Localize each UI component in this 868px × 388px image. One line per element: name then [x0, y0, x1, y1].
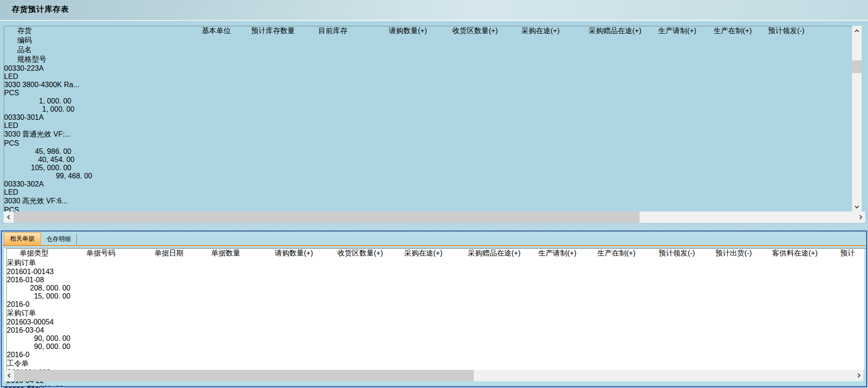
scroll-left-button[interactable]: [4, 211, 13, 223]
td: 1, 000. 00: [4, 105, 74, 113]
scroll-left-button[interactable]: [4, 370, 14, 381]
th full: 采购赠品在途(+): [468, 249, 538, 258]
td: 40, 454. 00: [4, 156, 74, 164]
th full: 生产请制(+): [538, 249, 597, 258]
th full: [7, 249, 20, 258]
tr row-alt: 采购订单201603-000542016-03-0490, 000. 0090,…: [7, 309, 867, 359]
th full: 预计领发(-): [659, 249, 715, 258]
th full: 采购在途(+): [521, 26, 589, 64]
documents-table: 单据类型单据号码单据日期单据数量请购数量(+)收货区数量(+)采购在途(+)采购…: [6, 248, 867, 387]
horizontal-scrollbar-thumb[interactable]: [14, 370, 474, 381]
th full: 收货区数量(+): [337, 249, 404, 258]
th full: 收货区数量(+): [452, 26, 521, 64]
tab-related-documents[interactable]: 相关单据: [4, 232, 41, 245]
th full: 基本单位: [202, 26, 251, 64]
bottom-horizontal-scrollbar[interactable]: [4, 370, 863, 381]
tr row-plain: 00330-223ALED3030 3800-4300K Ra...PCS1, …: [4, 64, 856, 113]
related-documents-panel: 相关单据 仓存明细 单据类型单据号码单据日期单据数量请购数量(+)收货区数量(+…: [1, 231, 867, 387]
th full: 采购在途(+): [404, 249, 468, 258]
td: 3030 3800-4300K Ra...: [4, 81, 99, 89]
th full: 预计: [840, 249, 867, 258]
th full: [4, 26, 17, 64]
th full: 生产请制(+): [658, 26, 714, 64]
chevron-left-icon: [7, 373, 12, 378]
tbody: 采购订单201601-001432016-01-08208, 000. 0015…: [7, 258, 867, 387]
th sub: 规格型号: [17, 55, 112, 64]
chevron-up-icon: [855, 29, 859, 34]
scroll-right-button[interactable]: [854, 370, 863, 381]
td: LED: [4, 73, 40, 81]
th full: 采购赠品在途(+): [589, 26, 658, 64]
page-title: 存货预计库存表: [12, 4, 69, 15]
td cellgray: 采购订单: [7, 258, 74, 268]
title-bar: 存货预计库存表: [0, 0, 868, 21]
td: 工令单: [7, 359, 74, 368]
td: LED: [4, 188, 40, 196]
th full: 生产在制(+): [597, 249, 659, 258]
td: 99, 468. 00: [4, 172, 92, 180]
th full: 预计领发(-): [768, 26, 856, 64]
top-horizontal-scrollbar[interactable]: [4, 211, 865, 223]
td: 3030 高光效 VF:6...: [4, 196, 99, 206]
th hgroup-top: 存货: [17, 26, 202, 36]
horizontal-scrollbar-thumb[interactable]: [14, 211, 640, 223]
th full: 单据类型: [20, 249, 86, 258]
td: 00330-223A: [4, 64, 58, 73]
scroll-up-button[interactable]: [852, 26, 862, 35]
th full: 目前库存: [318, 26, 389, 64]
td: 1, 000. 00: [4, 97, 71, 105]
td: 201601-00143: [7, 268, 75, 276]
td: PCS: [4, 89, 54, 97]
td: 70, 200. 00: [7, 385, 64, 387]
th full: 请购数量(+): [389, 26, 452, 64]
th full: 客供料在途(+): [772, 249, 840, 258]
top-vertical-scrollbar[interactable]: [852, 26, 862, 211]
th full: 单据号码: [86, 249, 154, 258]
td: 00330-301A: [4, 113, 58, 122]
column-group: 存货编码品名规格型号: [17, 26, 202, 64]
chevron-right-icon: [858, 215, 862, 220]
th sub: 品名: [17, 45, 54, 55]
td: 208, 000. 00: [7, 284, 70, 292]
tab-strip-line: [2, 245, 866, 246]
th full: 请购数量(+): [275, 249, 337, 258]
tab-bar: 相关单据 仓存明细: [4, 232, 77, 245]
td: LED: [4, 122, 40, 130]
td: 45, 986. 00: [4, 147, 71, 156]
td: 2016-0: [7, 300, 34, 309]
app-window: 存货预计库存表 存货编码品名规格型号基本单位预计库存数量目前库存请购数量(+)收…: [0, 0, 868, 388]
td: 90, 000. 00: [7, 334, 70, 343]
scroll-right-button[interactable]: [856, 211, 865, 223]
chevron-left-icon: [7, 215, 11, 220]
th full: 单据日期: [154, 249, 211, 258]
th full: 生产在制(+): [714, 26, 768, 64]
td: 2016-03-04: [7, 326, 64, 334]
inventory-forecast-panel: 存货编码品名规格型号基本单位预计库存数量目前库存请购数量(+)收货区数量(+)采…: [0, 22, 868, 223]
hgroup-bottom: 编码品名规格型号: [17, 36, 202, 64]
chevron-down-icon: [855, 204, 859, 208]
td: 采购订单: [7, 309, 74, 318]
scroll-down-button[interactable]: [852, 202, 862, 211]
vertical-scrollbar-thumb[interactable]: [852, 60, 862, 73]
tab-warehouse-detail[interactable]: 仓存明细: [41, 234, 77, 245]
th full: 预计出货(-): [715, 249, 772, 258]
td cellsel: 105, 000. 00: [4, 164, 71, 172]
panel-splitter[interactable]: [0, 223, 868, 231]
tr row-sel: 00330-301ALED3030 普通光效 VF:...PCS45, 986.…: [4, 113, 856, 180]
td: 00330-302A: [4, 180, 58, 188]
th full: 单据数量: [211, 249, 275, 258]
td: 2016-0: [7, 351, 34, 359]
td: 3030 普通光效 VF:...: [4, 130, 99, 139]
table-header: 存货编码品名规格型号基本单位预计库存数量目前库存请购数量(+)收货区数量(+)采…: [4, 26, 856, 64]
td: 201603-00054: [7, 318, 75, 326]
table-header: 单据类型单据号码单据日期单据数量请购数量(+)收货区数量(+)采购在途(+)采购…: [7, 249, 867, 258]
td: 15, 000. 00: [7, 292, 70, 300]
td: PCS: [4, 139, 54, 147]
td: 90, 000. 00: [7, 343, 70, 351]
tr row-sel: 采购订单201601-001432016-01-08208, 000. 0015…: [7, 258, 867, 309]
chevron-right-icon: [856, 373, 860, 378]
th full: 预计库存数量: [251, 26, 318, 64]
th sub: 编码: [17, 36, 71, 45]
td: 2016-01-08: [7, 276, 64, 284]
